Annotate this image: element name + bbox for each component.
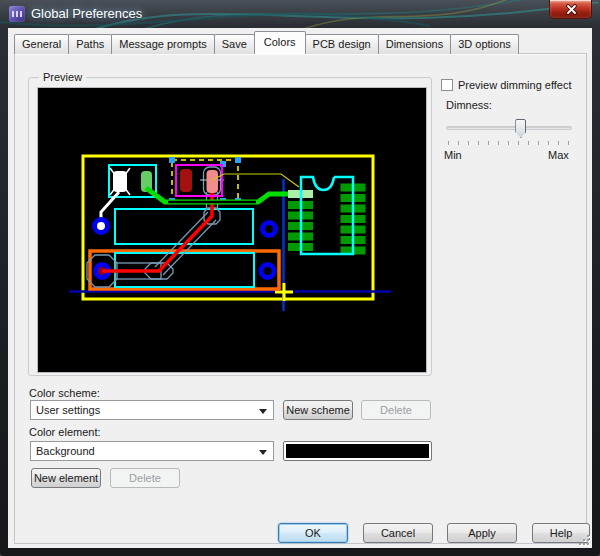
global-preferences-dialog: Global Preferences General Paths Message… <box>0 0 600 556</box>
color-scheme-label: Color scheme: <box>29 387 100 399</box>
pcb-via <box>261 265 274 278</box>
pcb-preview-canvas <box>37 87 427 373</box>
color-scheme-selected-value: User settings <box>36 404 100 416</box>
preview-group-label: Preview <box>39 71 86 83</box>
color-element-dropdown[interactable]: Background <box>30 441 274 461</box>
color-element-selected-value: Background <box>36 445 95 457</box>
element-color-swatch[interactable] <box>283 441 432 461</box>
preview-groupbox: Preview <box>28 77 432 376</box>
tab-3d-options[interactable]: 3D options <box>450 34 519 54</box>
dimness-min-label: Min <box>444 149 462 161</box>
dimness-max-label: Max <box>548 149 569 161</box>
window-title: Global Preferences <box>31 6 142 21</box>
new-scheme-button[interactable]: New scheme <box>283 400 353 420</box>
dialog-content: General Paths Message prompts Save Color… <box>8 28 592 548</box>
tab-colors[interactable]: Colors <box>254 31 306 54</box>
delete-element-button[interactable]: Delete <box>110 468 180 488</box>
color-scheme-dropdown[interactable]: User settings <box>30 400 274 420</box>
tab-save[interactable]: Save <box>214 34 255 54</box>
pcb-ratsnest-line <box>212 174 299 187</box>
app-icon <box>9 6 25 22</box>
dimness-slider-ticks <box>448 141 572 145</box>
tab-strip: General Paths Message prompts Save Color… <box>14 32 518 54</box>
close-icon <box>566 4 577 15</box>
dropdown-arrow-icon <box>259 450 267 455</box>
preview-dimming-row: Preview dimming effect <box>441 79 572 91</box>
pcb-ic-footprint <box>288 177 366 255</box>
tab-message-prompts[interactable]: Message prompts <box>111 34 214 54</box>
pcb-preview-drawing <box>38 88 426 372</box>
dropdown-arrow-icon <box>259 409 267 414</box>
color-element-label: Color element: <box>29 426 101 438</box>
close-button[interactable] <box>549 0 592 19</box>
preview-dimming-checkbox[interactable] <box>441 79 453 91</box>
cancel-button[interactable]: Cancel <box>363 523 433 543</box>
title-bar: Global Preferences <box>0 0 600 28</box>
tab-pcb-design[interactable]: PCB design <box>305 34 379 54</box>
dimness-slider[interactable] <box>446 119 572 139</box>
pcb-via <box>263 223 276 236</box>
dimness-slider-thumb[interactable] <box>515 119 526 138</box>
tab-general[interactable]: General <box>14 34 69 54</box>
element-color-swatch-fill <box>286 444 429 458</box>
dimness-slider-track[interactable] <box>446 126 572 130</box>
preview-dimming-label: Preview dimming effect <box>458 79 572 91</box>
dimness-label: Dimness: <box>446 99 492 111</box>
tab-dimensions[interactable]: Dimensions <box>378 34 451 54</box>
delete-scheme-button[interactable]: Delete <box>361 400 431 420</box>
pcb-via <box>95 220 108 233</box>
resize-grip[interactable] <box>579 535 589 545</box>
pcb-component-outline-middle <box>115 209 253 244</box>
tab-paths[interactable]: Paths <box>68 34 112 54</box>
apply-button[interactable]: Apply <box>447 523 517 543</box>
ok-button[interactable]: OK <box>278 523 348 543</box>
new-element-button[interactable]: New element <box>31 468 101 488</box>
